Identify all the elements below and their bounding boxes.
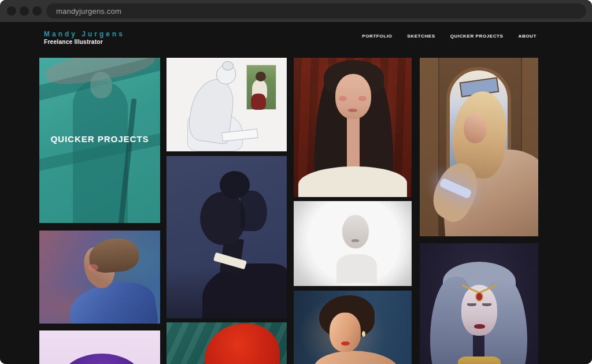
face-shape bbox=[330, 313, 361, 352]
gold-collar bbox=[458, 356, 501, 364]
artwork-blue-scarf-portrait[interactable] bbox=[39, 231, 160, 324]
neck-shape bbox=[347, 116, 360, 171]
address-bar[interactable]: mandyjurgens.com bbox=[46, 3, 586, 18]
lips-shape bbox=[348, 109, 357, 112]
artwork-woman-with-phone[interactable] bbox=[420, 58, 538, 236]
address-bar-url: mandyjurgens.com bbox=[56, 7, 121, 16]
chest-shape bbox=[336, 254, 377, 283]
closed-eye-shape bbox=[482, 303, 491, 306]
close-window-button[interactable] bbox=[7, 6, 16, 16]
browser-chrome: mandyjurgens.com bbox=[0, 0, 592, 22]
lips-shape bbox=[474, 324, 485, 329]
artwork-sunlit-woman-partial[interactable] bbox=[294, 291, 412, 364]
quicker-projects-overlay-label: QUICKER PROJECTS bbox=[39, 134, 160, 144]
artwork-quicker-projects-cover[interactable]: QUICKER PROJECTS bbox=[39, 58, 160, 223]
window-controls bbox=[7, 6, 42, 16]
head-shape bbox=[200, 192, 245, 245]
main-nav: PORTFOLIO SKETCHES QUICKER PROJECTS ABOU… bbox=[362, 34, 536, 39]
nav-item-portfolio[interactable]: PORTFOLIO bbox=[362, 34, 392, 39]
maximize-window-button[interactable] bbox=[32, 6, 42, 16]
lips-shape bbox=[341, 341, 350, 346]
artwork-red-hair-partial[interactable] bbox=[166, 322, 287, 364]
nav-item-quicker-projects[interactable]: QUICKER PROJECTS bbox=[450, 34, 504, 39]
face-shape bbox=[464, 113, 487, 143]
blush-shape bbox=[358, 96, 367, 101]
artwork-pencil-sketch-study[interactable] bbox=[166, 58, 287, 151]
artwork-purple-hair-partial[interactable] bbox=[39, 330, 160, 364]
circlet-gem bbox=[475, 292, 483, 302]
figure-silhouette bbox=[73, 81, 128, 223]
minimize-window-button[interactable] bbox=[20, 6, 29, 16]
blush-shape bbox=[339, 96, 347, 101]
face-shape bbox=[342, 215, 369, 248]
nav-item-about[interactable]: ABOUT bbox=[519, 34, 536, 39]
earring-shape bbox=[362, 331, 365, 337]
nav-item-sketches[interactable]: SKETCHES bbox=[407, 34, 435, 39]
figure-head bbox=[90, 72, 112, 98]
artwork-blue-hair-priestess[interactable] bbox=[420, 243, 538, 364]
hair-wisp bbox=[240, 191, 267, 231]
lips-shape bbox=[352, 239, 359, 242]
artwork-girl-on-red[interactable] bbox=[294, 58, 412, 197]
site-subtitle: Freelance Illustrator bbox=[44, 39, 103, 45]
hair-shape bbox=[61, 354, 142, 364]
portfolio-page: Mandy Jurgens Freelance Illustrator PORT… bbox=[0, 22, 592, 364]
browser-window: mandyjurgens.com Mandy Jurgens Freelance… bbox=[0, 0, 592, 364]
site-title: Mandy Jurgens bbox=[44, 30, 125, 38]
sketch-bun bbox=[222, 61, 234, 70]
cheek-highlight bbox=[88, 264, 98, 271]
reference-hair bbox=[256, 72, 266, 81]
artwork-navy-bun-profile[interactable] bbox=[166, 156, 287, 318]
closed-eye-shape bbox=[467, 303, 476, 306]
artwork-grey-sketch-portrait[interactable] bbox=[294, 201, 412, 286]
reference-skirt bbox=[251, 94, 266, 110]
